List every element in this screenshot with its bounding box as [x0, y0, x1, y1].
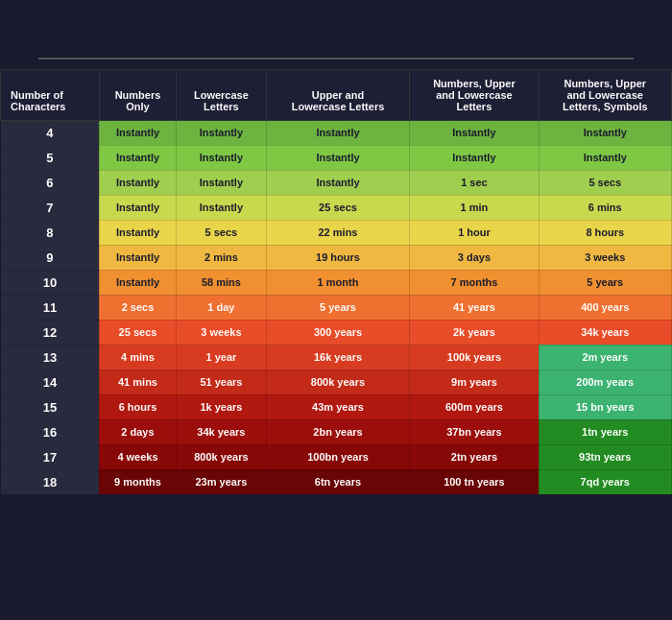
table-row: 112 secs1 day5 years41 years400 years [1, 295, 672, 320]
cell-col4: 1 sec [410, 170, 539, 195]
cell-col3: Instantly [266, 170, 410, 195]
cell-chars: 9 [1, 245, 100, 270]
cell-col1: Instantly [99, 120, 176, 145]
cell-chars: 14 [1, 370, 100, 394]
cell-chars: 10 [1, 270, 100, 295]
cell-col3: 1 month [266, 270, 410, 295]
cell-col2: Instantly [177, 145, 266, 170]
header [0, 0, 672, 69]
cell-col5: 1tn years [539, 419, 672, 444]
table-row: 5InstantlyInstantlyInstantlyInstantlyIns… [1, 145, 672, 170]
table-row: 1441 mins51 years800k years9m years200m … [1, 370, 672, 394]
cell-col5: 400 years [539, 295, 672, 320]
cell-col1: 6 hours [99, 394, 176, 419]
cell-col4: 1 hour [410, 220, 539, 245]
table-row: 156 hours1k years43m years600m years15 b… [1, 394, 672, 419]
cell-col3: 800k years [266, 370, 410, 394]
cell-col4: 600m years [410, 394, 539, 419]
cell-col1: Instantly [99, 245, 176, 270]
cell-chars: 18 [1, 469, 100, 494]
cell-col4: 41 years [410, 295, 539, 320]
table-row: 6InstantlyInstantlyInstantly1 sec5 secs [1, 170, 672, 195]
table-row: 9Instantly2 mins19 hours3 days3 weeks [1, 245, 672, 270]
cell-chars: 13 [1, 345, 100, 370]
cell-col2: 5 secs [177, 220, 266, 245]
divider [38, 58, 634, 60]
cell-col4: 3 days [410, 245, 539, 270]
cell-col4: 2tn years [410, 444, 539, 469]
cell-col3: Instantly [266, 120, 410, 145]
cell-col1: 25 secs [99, 320, 176, 345]
cell-col2: Instantly [177, 170, 266, 195]
table-row: 174 weeks800k years100bn years2tn years9… [1, 444, 672, 469]
cell-col5: 15 bn years [539, 394, 672, 419]
cell-col2: 800k years [177, 444, 266, 469]
cell-col1: Instantly [99, 170, 176, 195]
cell-col4: 7 months [410, 270, 539, 295]
cell-chars: 4 [1, 120, 100, 145]
table-row: 189 months23m years6tn years100 tn years… [1, 469, 672, 494]
cell-col1: Instantly [99, 195, 176, 220]
cell-col2: 1k years [177, 394, 266, 419]
cell-col3: 22 mins [266, 220, 410, 245]
cell-col5: 7qd years [539, 469, 672, 494]
cell-col2: Instantly [177, 195, 266, 220]
cell-col5: 93tn years [539, 444, 672, 469]
cell-col1: 2 secs [99, 295, 176, 320]
cell-col4: 37bn years [410, 419, 539, 444]
cell-col2: 23m years [177, 469, 266, 494]
cell-col2: 58 mins [177, 270, 266, 295]
cell-col5: 5 years [539, 270, 672, 295]
cell-col3: 300 years [266, 320, 410, 345]
cell-col5: 2m years [539, 345, 672, 370]
cell-col5: 8 hours [539, 220, 672, 245]
cell-col2: 51 years [177, 370, 266, 394]
cell-col3: 43m years [266, 394, 410, 419]
cell-col1: 2 days [99, 419, 176, 444]
cell-col4: 1 min [410, 195, 539, 220]
cell-col2: 2 mins [177, 245, 266, 270]
cell-col1: 9 months [99, 469, 176, 494]
table-row: 8Instantly5 secs22 mins1 hour8 hours [1, 220, 672, 245]
page-title [19, 17, 653, 50]
col-header-num-upper-lower: Numbers, Upperand LowercaseLetters [410, 69, 539, 120]
cell-col1: Instantly [99, 145, 176, 170]
cell-chars: 5 [1, 145, 100, 170]
cell-col3: 100bn years [266, 444, 410, 469]
cell-col5: Instantly [539, 120, 672, 145]
cell-col4: Instantly [410, 145, 539, 170]
cell-chars: 15 [1, 394, 100, 419]
cell-col5: 6 mins [539, 195, 672, 220]
cell-col5: 34k years [539, 320, 672, 345]
cell-chars: 17 [1, 444, 100, 469]
cell-col1: 4 mins [99, 345, 176, 370]
cell-col3: 5 years [266, 295, 410, 320]
col-header-upper-lower: Upper andLowercase Letters [266, 69, 410, 120]
col-header-num-upper-lower-sym: Numbers, Upperand LowercaseLetters, Symb… [539, 69, 672, 120]
cell-col5: 3 weeks [539, 245, 672, 270]
cell-col4: Instantly [410, 120, 539, 145]
cell-col2: Instantly [177, 120, 266, 145]
col-header-numbers: NumbersOnly [99, 69, 176, 120]
cell-col2: 1 day [177, 295, 266, 320]
cell-col4: 2k years [410, 320, 539, 345]
cell-chars: 16 [1, 419, 100, 444]
cell-col2: 3 weeks [177, 320, 266, 345]
cell-col4: 100 tn years [410, 469, 539, 494]
cell-col3: Instantly [266, 145, 410, 170]
cell-col1: 4 weeks [99, 444, 176, 469]
cell-col5: 200m years [539, 370, 672, 394]
cell-col4: 100k years [410, 345, 539, 370]
cell-chars: 6 [1, 170, 100, 195]
cell-col5: Instantly [539, 145, 672, 170]
cell-chars: 11 [1, 295, 100, 320]
cell-col1: 41 mins [99, 370, 176, 394]
cell-col5: 5 secs [539, 170, 672, 195]
table-header-row: Number ofCharacters NumbersOnly Lowercas… [1, 69, 672, 120]
col-header-lowercase: LowercaseLetters [177, 69, 266, 120]
table-row: 7InstantlyInstantly25 secs1 min6 mins [1, 195, 672, 220]
cell-col2: 1 year [177, 345, 266, 370]
cell-col3: 6tn years [266, 469, 410, 494]
table-row: 134 mins1 year16k years100k years2m year… [1, 345, 672, 370]
table-row: 1225 secs3 weeks300 years2k years34k yea… [1, 320, 672, 345]
